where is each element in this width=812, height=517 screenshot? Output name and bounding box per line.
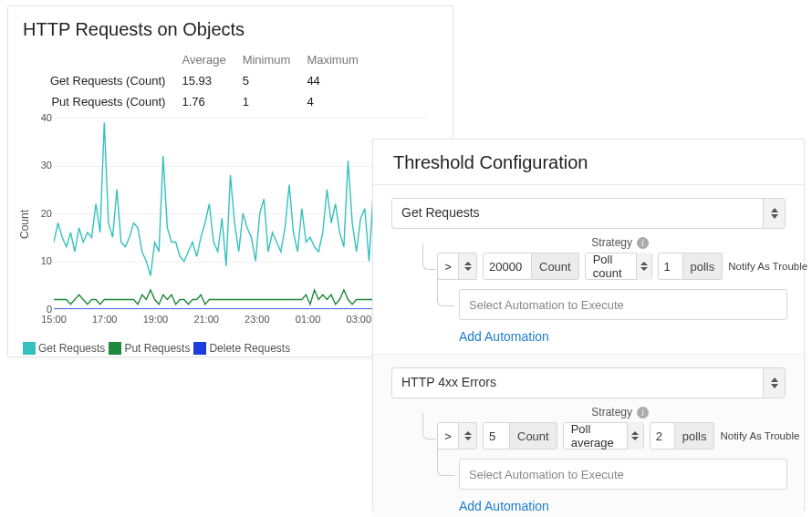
x-tick: 17:00 <box>92 314 118 325</box>
strategy-select[interactable]: Poll count <box>585 253 652 280</box>
strategy-header: Strategy i <box>391 236 786 249</box>
legend-label: Delete Requests <box>209 342 290 355</box>
col-minimum: Minimum <box>243 49 307 70</box>
sort-icon[interactable] <box>763 368 785 398</box>
panel-title: HTTP Requests on Objects <box>23 19 438 40</box>
stats-table: Average Minimum Maximum Get Requests (Co… <box>50 49 375 112</box>
y-axis-label: Count <box>18 210 31 239</box>
info-icon[interactable]: i <box>637 407 649 419</box>
polls-unit: polls <box>675 422 715 450</box>
condition-row: > 20000 Count Poll count 1 polls Notify … <box>437 253 786 280</box>
x-tick: 01:00 <box>296 314 321 325</box>
strategy-value: Poll average <box>564 422 627 450</box>
col-average: Average <box>182 49 242 70</box>
sort-icon[interactable] <box>459 422 477 450</box>
metric-select[interactable]: HTTP 4xx Errors <box>391 367 786 398</box>
legend-label: Get Requests <box>38 342 105 355</box>
table-row: Put Requests (Count) 1.76 1 4 <box>50 91 375 112</box>
y-tick: 30 <box>36 160 52 171</box>
row-label: Put Requests (Count) <box>50 91 182 112</box>
row-avg: 15.93 <box>182 70 242 91</box>
y-tick: 20 <box>36 208 52 219</box>
unit-label: Count <box>532 253 579 280</box>
col-maximum: Maximum <box>307 49 374 70</box>
strategy-select[interactable]: Poll average <box>563 422 644 450</box>
legend-swatch-icon <box>23 342 36 355</box>
sort-icon[interactable] <box>763 199 785 228</box>
legend-item: Put Requests <box>109 342 190 355</box>
automation-branch: Select Automation to Execute <box>437 459 786 490</box>
row-max: 4 <box>307 91 374 112</box>
add-automation-link[interactable]: Add Automation <box>459 499 549 513</box>
notify-label: Notify As Trouble <box>720 430 799 441</box>
row-min: 1 <box>243 91 307 112</box>
x-tick: 15:00 <box>41 314 67 325</box>
x-tick: 21:00 <box>193 314 219 325</box>
row-label: Get Requests (Count) <box>50 70 182 91</box>
panel-title: Threshold Configuration <box>373 140 804 185</box>
automation-select[interactable]: Select Automation to Execute <box>459 289 787 320</box>
strategy-value: Poll count <box>586 253 636 280</box>
table-row: Get Requests (Count) 15.93 5 44 <box>50 70 375 91</box>
threshold-block: Get Requests Strategy i > 20000 Count Po… <box>373 185 804 355</box>
info-icon[interactable]: i <box>637 237 649 249</box>
metric-select[interactable]: Get Requests <box>391 198 786 229</box>
row-max: 44 <box>307 70 374 91</box>
add-automation-link[interactable]: Add Automation <box>459 329 549 344</box>
strategy-label: Strategy <box>591 406 632 419</box>
legend-swatch-icon <box>193 342 206 355</box>
strategy-header: Strategy i <box>391 406 786 419</box>
threshold-config-panel: Threshold Configuration Get Requests Str… <box>372 139 805 512</box>
x-tick: 23:00 <box>245 314 270 325</box>
legend-item: Delete Requests <box>193 342 290 355</box>
x-tick: 03:00 <box>347 314 372 325</box>
polls-unit: polls <box>683 253 724 280</box>
automation-placeholder: Select Automation to Execute <box>469 468 624 481</box>
sort-icon[interactable] <box>627 422 643 450</box>
threshold-value-input[interactable]: 5 <box>483 422 510 450</box>
metric-select-value: HTTP 4xx Errors <box>392 368 763 398</box>
row-avg: 1.76 <box>182 91 242 112</box>
row-min: 5 <box>243 70 307 91</box>
sort-icon[interactable] <box>636 253 651 280</box>
automation-select[interactable]: Select Automation to Execute <box>459 459 787 490</box>
strategy-label: Strategy <box>591 236 632 249</box>
legend-label: Put Requests <box>124 342 190 355</box>
y-tick: 10 <box>36 255 52 266</box>
condition-row: > 5 Count Poll average 2 polls Notify As… <box>437 422 786 450</box>
threshold-block: HTTP 4xx Errors Strategy i > 5 Count Pol… <box>373 355 804 517</box>
x-tick: 19:00 <box>143 314 169 325</box>
polls-input[interactable]: 2 <box>650 422 675 450</box>
automation-branch: Select Automation to Execute <box>437 289 786 320</box>
notify-label: Notify As Trouble <box>728 261 807 272</box>
unit-label: Count <box>510 422 557 450</box>
y-tick: 40 <box>36 112 52 123</box>
metric-select-value: Get Requests <box>392 199 763 228</box>
legend-swatch-icon <box>109 342 121 355</box>
threshold-value-input[interactable]: 20000 <box>483 253 532 280</box>
sort-icon[interactable] <box>459 253 477 280</box>
polls-input[interactable]: 1 <box>658 253 683 280</box>
automation-placeholder: Select Automation to Execute <box>469 298 624 312</box>
legend-item: Get Requests <box>23 342 105 355</box>
